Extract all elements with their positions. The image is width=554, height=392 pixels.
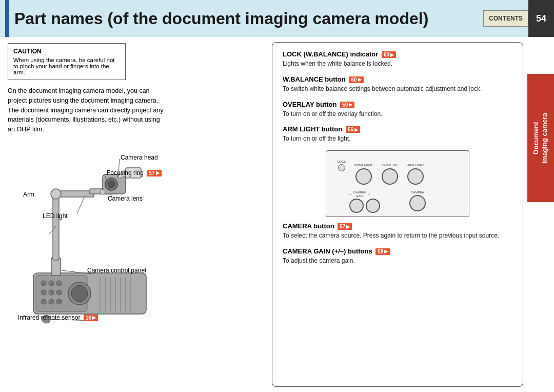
- lock-indicator-area: LOCK: [338, 160, 346, 171]
- arm-light-btn-area: ARM LIGHT: [407, 164, 424, 185]
- item-camera-gain-title: CAMERA GAIN (+/–) buttons 58▶: [283, 247, 512, 255]
- caution-title: CAUTION: [13, 48, 120, 55]
- page-number: 54: [528, 0, 554, 37]
- item-camera-gain-desc: To adjust the camera gain.: [283, 257, 512, 265]
- page-ref-arm-light: 56▶: [346, 126, 360, 133]
- page-title: Part names (of the document imaging came…: [14, 0, 483, 37]
- label-led-light: LED light: [43, 212, 68, 220]
- item-overlay-desc: To turn on or off the overlay function.: [283, 110, 512, 119]
- item-lock-wbalance-title: LOCK (W.BALANCE) indicator 60▶: [283, 50, 512, 58]
- label-arm: Arm: [23, 191, 34, 198]
- left-content: CAUTION When using the camera, be carefu…: [0, 37, 269, 392]
- right-panel: LOCK (W.BALANCE) indicator 60▶ Lights wh…: [272, 42, 523, 387]
- label-focusing-ring: Focusing ring 57▶: [107, 169, 162, 177]
- minus-label: –: [349, 192, 351, 197]
- svg-point-11: [56, 281, 62, 286]
- item-wbalance: W.BALANCE button 60▶ To switch white bal…: [283, 75, 512, 93]
- camera-gain-minus-button[interactable]: [349, 199, 364, 213]
- item-arm-light-title: ARM LIGHT button 56▶: [283, 125, 512, 133]
- item-overlay: OVERLAY button 59▶ To turn on or off the…: [283, 101, 512, 119]
- item-lock-wbalance: LOCK (W.BALANCE) indicator 60▶ Lights wh…: [283, 50, 512, 68]
- wbalance-button[interactable]: [355, 168, 372, 185]
- item-lock-wbalance-desc: Lights when the white balance is locked.: [283, 60, 512, 68]
- main-content: CAUTION When using the camera, be carefu…: [0, 37, 554, 392]
- page-ref-wbalance: 60▶: [349, 76, 363, 83]
- caution-box: CAUTION When using the camera, be carefu…: [8, 43, 126, 80]
- arm-light-ctrl-label: ARM LIGHT: [407, 164, 424, 167]
- svg-point-12: [41, 290, 46, 295]
- page-ref-overlay: 59▶: [340, 102, 354, 108]
- camera-gain-area: – CAMERAGAIN +: [349, 191, 380, 213]
- svg-point-9: [41, 281, 46, 286]
- svg-point-24: [51, 189, 61, 199]
- header: Part names (of the document imaging came…: [0, 0, 554, 37]
- page-ref-camera-gain: 58▶: [375, 248, 390, 255]
- item-camera-desc: To select the camera source. Press again…: [283, 231, 512, 240]
- item-title-bold: LOCK (W.BALANCE): [283, 50, 348, 58]
- svg-point-17: [56, 299, 62, 304]
- svg-point-28: [108, 181, 115, 188]
- svg-point-29: [100, 189, 105, 194]
- svg-point-15: [41, 299, 46, 304]
- svg-point-13: [49, 290, 54, 295]
- item-wbalance-title: W.BALANCE button 60▶: [283, 75, 512, 83]
- header-accent: [5, 0, 9, 37]
- item-overlay-title: OVERLAY button 59▶: [283, 101, 512, 108]
- control-panel-diagram: LOCK W.BALANCE OVER LAY ARM LIGHT –: [326, 150, 469, 217]
- lock-label: LOCK: [338, 160, 346, 163]
- item-camera: CAMERA button 57▶ To select the camera s…: [283, 222, 512, 240]
- description-text: On the document imaging camera model, yo…: [8, 86, 167, 134]
- camera-ctrl-label: CAMERA: [409, 191, 426, 194]
- svg-point-14: [56, 290, 62, 295]
- overlay-ctrl-label: OVER LAY: [382, 164, 398, 167]
- svg-point-16: [49, 299, 54, 304]
- page-ref-camera: 57▶: [338, 223, 352, 230]
- arm-light-button[interactable]: [407, 168, 424, 185]
- lock-indicator: [338, 164, 345, 171]
- item-arm-light: ARM LIGHT button 56▶ To turn on or off t…: [283, 125, 512, 143]
- overlay-btn-area: OVER LAY: [382, 164, 398, 185]
- label-camera-head: Camera head: [121, 154, 158, 161]
- contents-button[interactable]: CONTENTS: [483, 10, 528, 27]
- label-camera-lens: Camera lens: [108, 195, 143, 202]
- wbalance-btn-area: W.BALANCE: [354, 164, 372, 185]
- label-infrared: Infrared remote sensor 16▶: [18, 314, 98, 321]
- camera-button[interactable]: [409, 195, 426, 211]
- svg-point-19: [71, 285, 88, 302]
- camera-btn-area: CAMERA: [409, 191, 426, 211]
- side-tab: Document imaging camera: [527, 74, 554, 202]
- item-camera-title: CAMERA button 57▶: [283, 222, 512, 230]
- camera-gain-label: CAMERAGAIN: [353, 191, 366, 198]
- svg-rect-22: [53, 191, 59, 260]
- caution-text: When using the camera, be careful not to…: [13, 57, 120, 75]
- label-camera-control-panel: Camera control panel: [87, 267, 146, 274]
- wbalance-ctrl-label: W.BALANCE: [354, 164, 372, 167]
- side-tab-text: Document imaging camera: [532, 113, 549, 164]
- svg-point-10: [49, 281, 54, 286]
- page-ref-lock: 60▶: [382, 51, 396, 58]
- item-arm-light-desc: To turn on or off the light.: [283, 134, 512, 143]
- camera-gain-plus-button[interactable]: [366, 199, 380, 213]
- camera-diagram: Camera head Focusing ring 57▶: [8, 140, 182, 340]
- item-wbalance-desc: To switch white balance settings between…: [283, 85, 512, 93]
- plus-label: +: [368, 192, 370, 197]
- overlay-button[interactable]: [382, 168, 398, 185]
- camera-illustration: [23, 140, 167, 329]
- header-right: CONTENTS 54: [483, 0, 554, 37]
- item-camera-gain: CAMERA GAIN (+/–) buttons 58▶ To adjust …: [283, 247, 512, 265]
